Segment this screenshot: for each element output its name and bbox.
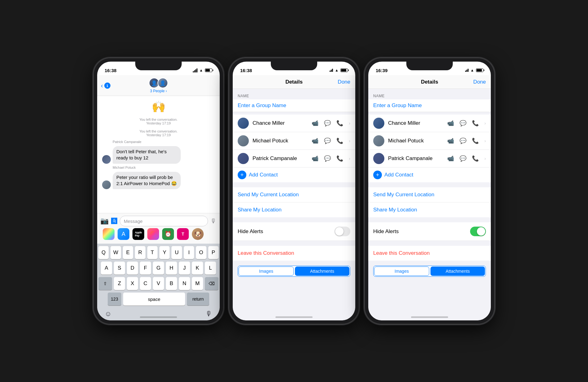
back-button[interactable]: ‹ 1 [101,82,110,89]
add-contact-row-2[interactable]: + Add Contact [233,167,355,182]
key-q[interactable]: Q [98,246,109,259]
key-x[interactable]: X [127,277,138,290]
message-icon-2-p3[interactable]: 💬 [460,137,466,144]
phone-icon-1-p2[interactable]: 📞 [336,120,343,127]
tab-attachments-3[interactable]: Attachments [430,267,485,276]
add-contact-row-3[interactable]: + Add Contact [368,167,491,182]
key-v[interactable]: V [153,277,164,290]
message-icon-1-p3[interactable]: 💬 [460,120,466,127]
phone-1: 16:38 ▲ ‹ 1 [93,58,223,324]
share-location-row-2[interactable]: Share My Location [233,202,355,217]
key-z[interactable]: Z [114,277,125,290]
key-return[interactable]: return [187,293,209,306]
phone-icon-3-p3[interactable]: 📞 [472,155,479,162]
phone-icon-2-p2[interactable]: 📞 [336,137,343,144]
back-badge: 1 [104,82,110,89]
contact-avatar-1-p3 [373,118,384,129]
message-icon-3-p3[interactable]: 💬 [460,155,466,162]
contact-row-3-p2: Patrick Campanale 📹 💬 📞 › [233,150,355,167]
chevron-right-1-p3: › [484,121,486,126]
video-icon-3-p2[interactable]: 📹 [312,155,318,162]
hide-alerts-toggle-2[interactable] [335,227,350,236]
key-s[interactable]: S [114,262,125,275]
key-h[interactable]: H [166,262,177,275]
key-u[interactable]: U [171,246,182,259]
done-button-2[interactable]: Done [338,79,350,85]
send-location-row-3[interactable]: Send My Current Location [368,187,491,202]
key-t[interactable]: T [147,246,158,259]
camera-icon[interactable]: 📷 [100,217,109,225]
key-l[interactable]: L [205,262,216,275]
video-icon-1-p2[interactable]: 📹 [312,120,318,127]
key-n[interactable]: N [179,277,190,290]
key-b[interactable]: B [166,277,177,290]
name-label-3: NAME [368,89,491,99]
key-space[interactable]: space [123,293,185,306]
video-icon-2-p3[interactable]: 📹 [447,137,454,144]
segmented-control-2: Images Attachments [238,266,350,277]
message-input[interactable]: Message [120,216,208,226]
key-o[interactable]: O [196,246,206,259]
key-i[interactable]: I [184,246,194,259]
mic-icon[interactable]: 🎙 [210,218,217,225]
key-p[interactable]: P [208,246,218,259]
dictation-icon[interactable]: 🎙 [205,310,212,318]
circle-app-icon[interactable] [147,228,159,240]
done-button-3[interactable]: Done [473,79,486,85]
contact-name-2-p3: Michael Potuck [388,138,443,144]
phone-icon-3-p2[interactable]: 📞 [336,155,343,162]
tab-images-3[interactable]: Images [374,267,429,276]
contact-row-1-p2: Chance Miller 📹 💬 📞 › [233,115,355,132]
key-k[interactable]: K [192,262,203,275]
group-name-field-2[interactable]: Enter a Group Name [233,99,355,112]
phone-icon-2-p3[interactable]: 📞 [472,137,479,144]
clock-app-icon[interactable]: ⏰ [162,228,174,240]
key-f[interactable]: F [140,262,151,275]
leave-label-3[interactable]: Leave this Conversation [373,250,430,256]
share-location-row-3[interactable]: Share My Location [368,202,491,217]
system-msg-1: You left the conversation.Yesterday 17:1… [102,118,215,125]
tab-attachments-2[interactable]: Attachments [295,267,349,276]
key-a[interactable]: A [101,262,112,275]
key-delete[interactable]: ⌫ [205,277,218,290]
key-y[interactable]: Y [159,246,170,259]
toggle-knob-2 [335,227,344,236]
people-label[interactable]: 3 People › [150,89,167,93]
key-w[interactable]: W [110,246,121,259]
key-r[interactable]: R [135,246,145,259]
tab-images-2[interactable]: Images [239,267,294,276]
video-icon-1-p3[interactable]: 📹 [447,120,454,127]
key-e[interactable]: E [123,246,133,259]
tmobile-app-icon[interactable]: T [177,228,189,240]
dog-app-icon[interactable]: 🐶 [192,228,204,240]
message-icon-1-p2[interactable]: 💬 [324,120,331,127]
key-shift[interactable]: ⇧ [98,277,112,290]
message-icon-2-p2[interactable]: 💬 [324,137,331,144]
phone-icon-1-p3[interactable]: 📞 [472,120,479,127]
applepay-app-icon[interactable]: ApplePay [132,228,144,240]
sender-label-2: Michael Potuck [113,166,215,169]
battery-icon [205,68,212,72]
keyboard-row-4: 123 space return [98,293,218,306]
appstore-icon[interactable]: 🅰 [111,218,117,225]
share-location-label-2: Share My Location [238,207,282,213]
key-d[interactable]: D [127,262,138,275]
appstore-app-icon[interactable]: A [118,228,129,240]
video-icon-2-p2[interactable]: 📹 [312,137,318,144]
emoji-icon[interactable]: ☺ [105,310,111,318]
video-icon-3-p3[interactable]: 📹 [447,155,454,162]
leave-label-2[interactable]: Leave this Conversation [238,250,294,256]
bubble-1: Don't tell Peter that, he's ready to buy… [113,146,181,164]
key-c[interactable]: C [140,277,151,290]
key-m[interactable]: M [192,277,203,290]
key-123[interactable]: 123 [108,293,121,306]
key-j[interactable]: J [179,262,190,275]
contact-name-3-p3: Patrick Campanale [388,155,443,162]
photos-app-icon[interactable] [103,228,115,240]
hide-alerts-toggle-3[interactable] [470,227,486,236]
key-g[interactable]: G [153,262,164,275]
message-icon-3-p2[interactable]: 💬 [324,155,331,162]
notch-3 [406,62,453,70]
group-name-field-3[interactable]: Enter a Group Name [368,99,491,112]
send-location-row-2[interactable]: Send My Current Location [233,187,355,202]
